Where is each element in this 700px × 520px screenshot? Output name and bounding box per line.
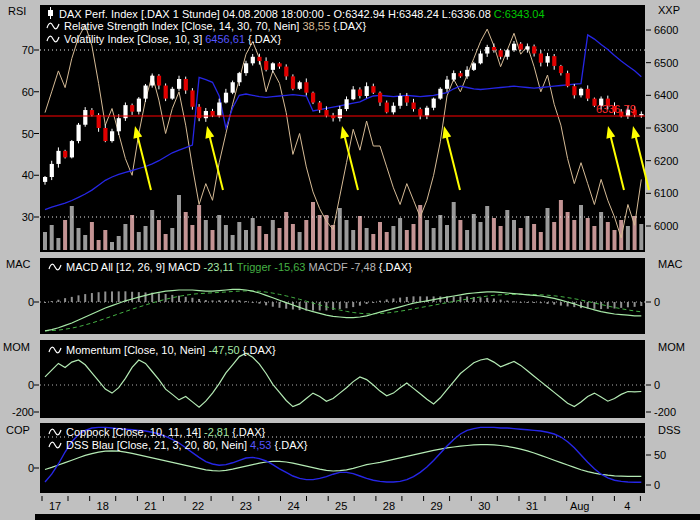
- wave-icon: [48, 263, 62, 272]
- rsi-axis-tick: 50: [8, 128, 34, 140]
- momentum-legend-value: -47,50: [208, 344, 239, 356]
- macd-axis-tick: 0: [8, 296, 34, 308]
- bottom-divider: [35, 514, 700, 520]
- macd-legend-value: -23,11: [204, 261, 237, 273]
- rsi-legend: Relative Strength Index [Close, 14, 30, …: [46, 20, 366, 32]
- dss-legend: DSS Blau [Close, 21, 3, 20, 80, Nein] 4,…: [48, 439, 308, 451]
- price-axis-tick: 6100: [654, 187, 678, 199]
- coppock-panel-right-label: DSS: [658, 424, 681, 436]
- x-axis-label: 4: [610, 500, 644, 512]
- chart-window: RSI XXP MAC MAC MOM MOM COP DSS DAX Perf…: [0, 0, 700, 520]
- coppock-legend-suffix: {.DAX}: [229, 426, 265, 438]
- volatility-legend-text: Volatility Index [Close, 10, 3]: [64, 33, 205, 45]
- momentum-axis-tick: 0: [8, 379, 34, 391]
- macd-axis-tick: 0: [654, 296, 660, 308]
- dss-axis-tick: 0: [654, 479, 660, 491]
- dss-legend-value: 4,53: [250, 439, 271, 451]
- rsi-axis-tick: 40: [8, 169, 34, 181]
- candlestick-icon: [46, 7, 55, 19]
- x-axis-label: 18: [86, 500, 120, 512]
- rsi-legend-suffix: {.DAX}: [330, 20, 366, 32]
- macd-legend-suffix: {.DAX}: [379, 261, 412, 273]
- price-legend-text: DAX Perf. Index [.DAX 1 Stunde] 04.08.20…: [59, 8, 494, 20]
- price-panel-left-label: RSI: [8, 5, 26, 17]
- wave-icon: [48, 441, 62, 450]
- x-axis-label: 24: [277, 500, 311, 512]
- wave-icon: [48, 428, 62, 437]
- momentum-axis-tick: 0: [654, 379, 660, 391]
- momentum-panel-right-label: MOM: [658, 341, 698, 353]
- macd-panel-left-label: MAC: [6, 258, 30, 270]
- momentum-panel-left-label: MOM: [3, 341, 30, 353]
- rsi-axis-tick: 70: [8, 44, 34, 56]
- wave-icon: [46, 35, 60, 44]
- wave-icon: [46, 22, 60, 31]
- momentum-legend: Momentum [Close, 10, Nein] -47,50 {.DAX}: [48, 344, 276, 356]
- x-axis-label: 17: [38, 500, 72, 512]
- coppock-panel-left-label: COP: [6, 424, 30, 436]
- wave-icon: [48, 346, 62, 355]
- price-axis-tick: 6600: [654, 24, 678, 36]
- x-axis-label: 31: [515, 500, 549, 512]
- macd-panel-right-label: MAC: [658, 258, 682, 270]
- coppock-legend-text: Coppock [Close, 10, 11, 14]: [66, 426, 204, 438]
- price-axis-tick: 6300: [654, 122, 678, 134]
- rsi-axis-tick: 30: [8, 211, 34, 223]
- momentum-legend-suffix: {.DAX}: [240, 344, 276, 356]
- coppock-legend-value: -2,81: [204, 426, 229, 438]
- hline-price-label: 6336,79: [596, 103, 636, 115]
- dss-legend-suffix: {.DAX}: [271, 439, 307, 451]
- rsi-legend-value: 38,55: [302, 20, 330, 32]
- dss-legend-text: DSS Blau [Close, 21, 3, 20, 80, Nein]: [66, 439, 250, 451]
- x-axis-label: 30: [467, 500, 501, 512]
- macd-legend: MACD All [12, 26, 9] MACD -23,11 Trigger…: [48, 261, 412, 273]
- price-axis-tick: 6200: [654, 155, 678, 167]
- price-axis-tick: 6500: [654, 57, 678, 69]
- x-axis-label: 21: [133, 500, 167, 512]
- price-legend-close: C:6343.04: [494, 8, 545, 20]
- volatility-legend: Volatility Index [Close, 10, 3] 6456,61 …: [46, 33, 281, 45]
- x-axis-label: 22: [181, 500, 215, 512]
- rsi-axis-tick: 60: [8, 86, 34, 98]
- x-axis-label: 23: [229, 500, 263, 512]
- volatility-legend-suffix: {.DAX}: [245, 33, 281, 45]
- dss-axis-tick: 50: [654, 449, 666, 461]
- price-panel-right-label: XXP: [658, 4, 680, 16]
- macd-legend-text: MACD All [12, 26, 9] MACD: [66, 261, 204, 273]
- x-axis-label: 29: [420, 500, 454, 512]
- x-axis-label: Aug: [563, 500, 597, 512]
- rsi-legend-text: Relative Strength Index [Close, 14, 30, …: [64, 20, 302, 32]
- x-axis-label: 28: [372, 500, 406, 512]
- volatility-legend-value: 6456,61: [205, 33, 245, 45]
- coppock-legend: Coppock [Close, 10, 11, 14] -2,81 {.DAX}: [48, 426, 265, 438]
- price-legend: DAX Perf. Index [.DAX 1 Stunde] 04.08.20…: [46, 7, 545, 20]
- macd-legend-macdf: MACDF -7,48: [309, 261, 379, 273]
- coppock-axis-tick: 0: [8, 462, 34, 474]
- price-axis-tick: 6400: [654, 89, 678, 101]
- momentum-axis-tick: -200: [8, 406, 34, 418]
- x-axis-label: 25: [324, 500, 358, 512]
- momentum-legend-text: Momentum [Close, 10, Nein]: [66, 344, 208, 356]
- momentum-axis-tick: -200: [654, 406, 676, 418]
- price-axis-tick: 6000: [654, 220, 678, 232]
- macd-legend-trigger: Trigger -15,63: [237, 261, 309, 273]
